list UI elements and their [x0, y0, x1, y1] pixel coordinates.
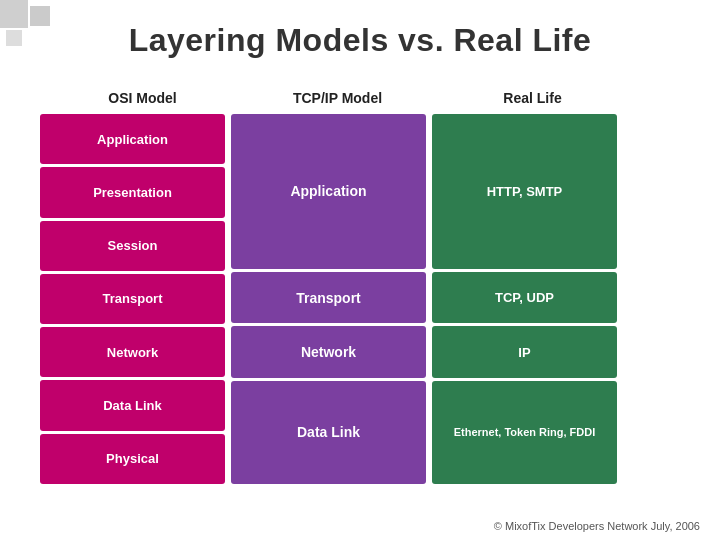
- content-area: OSI Model TCP/IP Model Real Life Applica…: [40, 90, 700, 500]
- osi-header: OSI Model: [50, 90, 235, 106]
- tcp-header: TCP/IP Model: [240, 90, 435, 106]
- osi-network: Network: [40, 327, 225, 377]
- tcp-network: Network: [231, 326, 426, 378]
- rl-tcp-udp: TCP, UDP: [432, 272, 617, 324]
- osi-session: Session: [40, 221, 225, 271]
- osi-transport: Transport: [40, 274, 225, 324]
- layers-grid: Application Presentation Session Transpo…: [40, 114, 700, 484]
- tcp-application: Application: [231, 114, 426, 269]
- rl-column: HTTP, SMTP TCP, UDP IP Ethernet, Token R…: [432, 114, 617, 484]
- page-title: Layering Models vs. Real Life: [0, 22, 720, 59]
- footer: © MixofTix Developers Network July, 2006: [494, 520, 700, 532]
- tcp-data-link: Data Link: [231, 381, 426, 484]
- rl-ip: IP: [432, 326, 617, 378]
- osi-column: Application Presentation Session Transpo…: [40, 114, 225, 484]
- osi-presentation: Presentation: [40, 167, 225, 217]
- osi-application: Application: [40, 114, 225, 164]
- rl-header: Real Life: [440, 90, 625, 106]
- column-headers: OSI Model TCP/IP Model Real Life: [40, 90, 700, 106]
- tcp-column: Application Transport Network Data Link: [231, 114, 426, 484]
- tcp-transport: Transport: [231, 272, 426, 324]
- rl-ethernet: Ethernet, Token Ring, FDDI: [432, 381, 617, 484]
- osi-physical: Physical: [40, 434, 225, 484]
- rl-http: HTTP, SMTP: [432, 114, 617, 269]
- osi-data-link: Data Link: [40, 380, 225, 430]
